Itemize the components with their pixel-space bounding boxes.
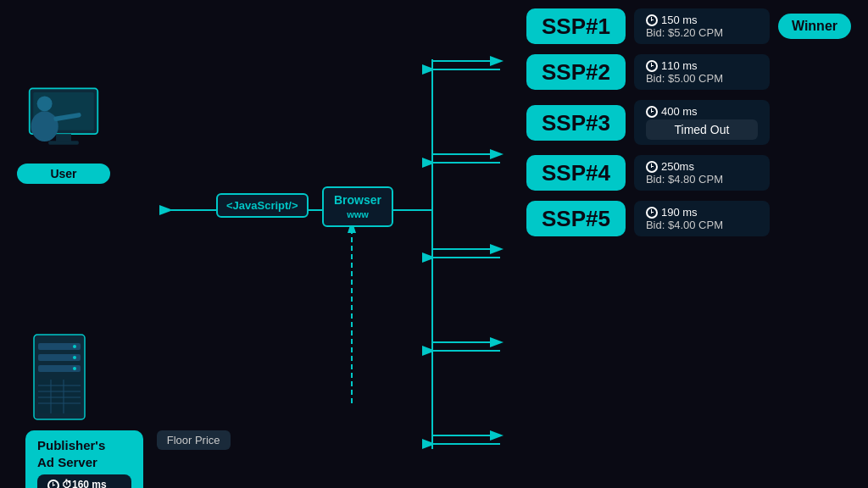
svg-rect-20 bbox=[48, 141, 79, 144]
ssp-row-1: SSP#1150 msBid: $5.20 CPMWinner bbox=[526, 8, 851, 44]
ssp-bid-4: Bid: $4.80 CPM bbox=[646, 173, 758, 186]
svg-rect-19 bbox=[56, 134, 71, 141]
user-area: User bbox=[17, 85, 110, 184]
svg-point-29 bbox=[73, 356, 76, 359]
js-label: <JavaScript/> bbox=[216, 193, 309, 218]
ssp-time-5: 190 ms bbox=[646, 206, 758, 219]
user-label: User bbox=[17, 164, 110, 184]
ssp-bid-1: Bid: $5.20 CPM bbox=[646, 26, 758, 39]
clock-icon-ssp-1 bbox=[646, 14, 658, 26]
server-illustration bbox=[25, 330, 93, 424]
ssp-info-4: 250msBid: $4.80 CPM bbox=[634, 155, 770, 191]
ssp-time-4: 250ms bbox=[646, 160, 758, 173]
clock-icon-ssp-3 bbox=[646, 106, 658, 118]
ssp-bid-5: Bid: $4.00 CPM bbox=[646, 219, 758, 231]
browser-www: www bbox=[347, 209, 369, 219]
publisher-title: Publisher's Ad Server bbox=[37, 437, 131, 470]
svg-point-28 bbox=[73, 345, 76, 348]
svg-rect-31 bbox=[38, 380, 81, 413]
ssp-box-3: SSP#3 bbox=[526, 105, 626, 141]
ssp-row-2: SSP#2110 msBid: $5.00 CPM bbox=[526, 54, 851, 90]
ssp-bid-2: Bid: $5.00 CPM bbox=[646, 72, 758, 85]
ssp-row-5: SSP#5190 msBid: $4.00 CPM bbox=[526, 201, 851, 236]
floor-price-badge: Floor Price bbox=[157, 430, 231, 450]
timed-out-badge-3: Timed Out bbox=[646, 119, 758, 140]
ssp-box-4: SSP#4 bbox=[526, 155, 626, 191]
pub-time: ⏱160 ms bbox=[47, 479, 121, 488]
ssp-box-5: SSP#5 bbox=[526, 201, 626, 236]
clock-icon-ssp-2 bbox=[646, 60, 658, 72]
winner-badge-1: Winner bbox=[778, 14, 851, 39]
ssp-info-1: 150 msBid: $5.20 CPM bbox=[634, 8, 770, 44]
svg-point-21 bbox=[37, 96, 53, 111]
ssp-row-4: SSP#4250msBid: $4.80 CPM bbox=[526, 155, 851, 191]
ssp-time-3: 400 ms bbox=[646, 105, 758, 118]
publisher-area: Publisher's Ad Server ⏱160 ms Bid: $3.50… bbox=[25, 330, 231, 488]
main-scene: User <JavaScript/> Browser www bbox=[0, 0, 868, 488]
svg-point-30 bbox=[73, 367, 76, 370]
publisher-info: ⏱160 ms Bid: $3.50 CPM bbox=[37, 474, 131, 488]
ssp-label-4: SSP#4 bbox=[542, 162, 610, 184]
browser-label: Browser www bbox=[322, 186, 393, 227]
ssp-label-2: SSP#2 bbox=[542, 61, 610, 83]
ssp-label-5: SSP#5 bbox=[542, 208, 610, 230]
clock-icon-ssp-5 bbox=[646, 207, 658, 219]
clock-icon-ssp-4 bbox=[646, 161, 658, 173]
ssp-label-1: SSP#1 bbox=[542, 15, 610, 37]
ssp-label-3: SSP#3 bbox=[542, 112, 610, 134]
ssp-info-3: 400 msTimed Out bbox=[634, 100, 770, 145]
ssp-box-2: SSP#2 bbox=[526, 54, 626, 90]
ssp-row-3: SSP#3400 msTimed Out bbox=[526, 100, 851, 145]
clock-icon-publisher bbox=[47, 480, 59, 488]
ssp-container: SSP#1150 msBid: $5.20 CPMWinnerSSP#2110 … bbox=[526, 8, 851, 236]
svg-point-22 bbox=[31, 111, 58, 141]
publisher-box: Publisher's Ad Server ⏱160 ms Bid: $3.50… bbox=[25, 430, 143, 488]
ssp-info-5: 190 msBid: $4.00 CPM bbox=[634, 201, 770, 236]
ssp-info-2: 110 msBid: $5.00 CPM bbox=[634, 54, 770, 90]
browser-box: Browser www bbox=[322, 186, 393, 227]
monitor-illustration bbox=[17, 85, 110, 157]
ssp-time-2: 110 ms bbox=[646, 59, 758, 72]
ssp-box-1: SSP#1 bbox=[526, 8, 626, 44]
ssp-time-1: 150 ms bbox=[646, 14, 758, 26]
